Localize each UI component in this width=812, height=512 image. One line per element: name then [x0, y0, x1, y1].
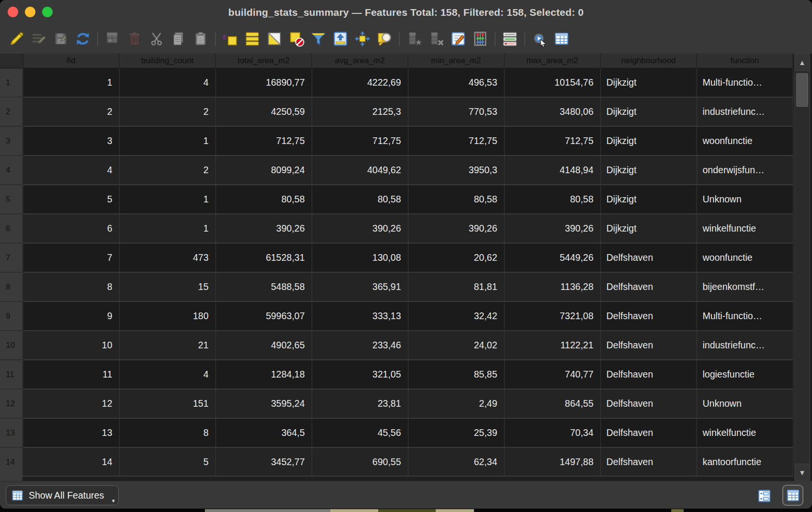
cell-neighbourhood[interactable]: Delfshaven [600, 301, 697, 331]
cell-total-area[interactable]: 4250,59 [215, 97, 312, 126]
cell-fid[interactable]: 11 [23, 360, 119, 389]
move-selection-to-top-icon[interactable] [332, 29, 349, 48]
row-number[interactable]: 13 [0, 418, 23, 447]
scroll-down-icon[interactable]: ▼ [795, 464, 810, 480]
row-number[interactable]: 10 [0, 331, 23, 360]
cell-function[interactable]: Multi-functio… [697, 301, 793, 331]
cell-total-area[interactable]: 80,58 [215, 185, 312, 214]
cell-min-area[interactable]: 25,39 [408, 418, 504, 447]
table-row[interactable]: 6 6 1 390,26 390,26 390,26 390,26 Dijkzi… [0, 214, 793, 243]
cell-building-count[interactable]: 15 [119, 272, 215, 301]
cell-fid[interactable]: 2 [23, 97, 119, 126]
cell-fid[interactable]: 8 [23, 272, 119, 301]
cell-building-count[interactable]: 8 [119, 418, 215, 447]
cell-function[interactable]: winkelfunctie [697, 214, 793, 243]
deselect-all-icon[interactable] [288, 29, 304, 48]
cell-max-area[interactable]: 80,58 [504, 185, 600, 214]
cell-neighbourhood[interactable]: Dijkzigt [600, 68, 697, 98]
row-number[interactable]: 12 [0, 389, 23, 418]
cell-building-count[interactable]: 1 [119, 185, 215, 214]
cell-neighbourhood[interactable]: Dijkzigt [600, 185, 697, 214]
pan-to-selection-icon[interactable] [354, 29, 371, 48]
column-header-avg-area[interactable]: avg_area_m2 [312, 54, 408, 68]
row-number[interactable]: 3 [0, 126, 23, 156]
cell-building-count[interactable]: 180 [119, 301, 215, 331]
cell-function[interactable]: kantoorfunctie [697, 447, 793, 477]
cell-avg-area[interactable]: 390,26 [312, 214, 408, 243]
cell-building-count[interactable]: 21 [119, 331, 215, 360]
cell-fid[interactable]: 9 [23, 301, 119, 331]
cell-building-count[interactable]: 4 [119, 68, 215, 98]
table-row[interactable]: 14 14 5 3452,77 690,55 62,34 1497,88 Del… [0, 447, 793, 477]
cell-function[interactable]: woonfunctie [697, 126, 793, 156]
cell-fid[interactable]: 6 [23, 214, 119, 243]
row-number[interactable]: 7 [0, 243, 23, 272]
column-header-min-area[interactable]: min_area_m2 [408, 54, 504, 68]
cell-function[interactable]: bijeenkomstf… [697, 272, 793, 301]
cell-building-count[interactable]: 5 [119, 447, 215, 477]
invert-selection-icon[interactable] [266, 29, 282, 48]
cell-neighbourhood[interactable]: Dijkzigt [600, 214, 697, 243]
cell-total-area[interactable]: 59963,07 [215, 301, 312, 331]
add-feature-icon[interactable] [104, 29, 121, 48]
table-row[interactable]: 1 1 4 16890,77 4222,69 496,53 10154,76 D… [0, 68, 793, 98]
cell-neighbourhood[interactable]: Delfshaven [600, 447, 697, 477]
cell-building-count[interactable]: 151 [119, 389, 215, 418]
cell-max-area[interactable]: 5449,26 [504, 243, 600, 272]
cell-total-area[interactable]: 3595,24 [215, 389, 312, 418]
cell-neighbourhood[interactable]: Delfshaven [600, 389, 697, 418]
cell-total-area[interactable]: 8099,24 [215, 156, 312, 185]
cell-min-area[interactable]: 62,34 [408, 447, 504, 477]
table-view-button[interactable] [782, 485, 803, 506]
cell-max-area[interactable]: 740,77 [504, 360, 600, 389]
close-button[interactable] [8, 7, 18, 17]
cell-fid[interactable]: 13 [23, 418, 119, 447]
table-row[interactable]: 4 4 2 8099,24 4049,62 3950,3 4148,94 Dij… [0, 156, 793, 185]
cell-neighbourhood[interactable]: Dijkzigt [600, 156, 697, 185]
cell-min-area[interactable]: 85,85 [408, 360, 504, 389]
cell-total-area[interactable]: 61528,31 [215, 243, 312, 272]
row-number[interactable]: 2 [0, 97, 23, 126]
cell-avg-area[interactable]: 4049,62 [312, 156, 408, 185]
row-number[interactable]: 11 [0, 360, 23, 389]
cell-min-area[interactable]: 390,26 [408, 214, 504, 243]
cell-building-count[interactable]: 473 [119, 243, 215, 272]
cell-total-area[interactable]: 4902,65 [215, 331, 312, 360]
cell-neighbourhood[interactable]: Delfshaven [600, 272, 697, 301]
cell-building-count[interactable]: 2 [119, 97, 215, 126]
cell-min-area[interactable]: 81,81 [408, 272, 504, 301]
cell-building-count[interactable]: 4 [119, 360, 215, 389]
cell-function[interactable]: winkelfunctie [697, 418, 793, 447]
cell-neighbourhood[interactable]: Delfshaven [600, 360, 697, 389]
column-header-max-area[interactable]: max_area_m2 [504, 54, 600, 68]
table-row[interactable]: 10 10 21 4902,65 233,46 24,02 1122,21 De… [0, 331, 793, 360]
cell-avg-area[interactable]: 4222,69 [312, 68, 408, 98]
cell-function[interactable]: onderwijsfun… [697, 156, 793, 185]
cell-neighbourhood[interactable]: Delfshaven [600, 243, 697, 272]
cell-function[interactable]: woonfunctie [697, 243, 793, 272]
minimize-button[interactable] [25, 7, 35, 17]
table-row[interactable]: 7 7 473 61528,31 130,08 20,62 5449,26 De… [0, 243, 793, 272]
row-number[interactable]: 8 [0, 272, 23, 301]
cell-fid[interactable]: 3 [23, 126, 119, 156]
cell-function[interactable]: Multi-functio… [697, 68, 793, 98]
select-by-expression-icon[interactable]: ε [222, 29, 238, 48]
column-header-function[interactable]: function [697, 54, 793, 68]
cell-function[interactable]: industriefunc… [697, 97, 793, 126]
toggle-editing-icon[interactable] [9, 29, 25, 48]
cell-max-area[interactable]: 1136,28 [504, 272, 600, 301]
cell-avg-area[interactable]: 23,81 [312, 389, 408, 418]
cell-function[interactable]: logiesfunctie [697, 360, 793, 389]
table-row[interactable]: 11 11 4 1284,18 321,05 85,85 740,77 Delf… [0, 360, 793, 389]
row-number[interactable]: 5 [0, 185, 23, 214]
table-row[interactable]: 2 2 2 4250,59 2125,3 770,53 3480,06 Dijk… [0, 97, 793, 126]
cell-total-area[interactable]: 1284,18 [215, 360, 312, 389]
cell-max-area[interactable]: 70,34 [504, 418, 600, 447]
cell-min-area[interactable]: 712,75 [408, 126, 504, 156]
cell-min-area[interactable]: 32,42 [408, 301, 504, 331]
cell-min-area[interactable]: 20,62 [408, 243, 504, 272]
cell-fid[interactable]: 7 [23, 243, 119, 272]
cell-min-area[interactable]: 770,53 [408, 97, 504, 126]
cell-function[interactable]: Unknown [697, 185, 793, 214]
cell-fid[interactable]: 4 [23, 156, 119, 185]
